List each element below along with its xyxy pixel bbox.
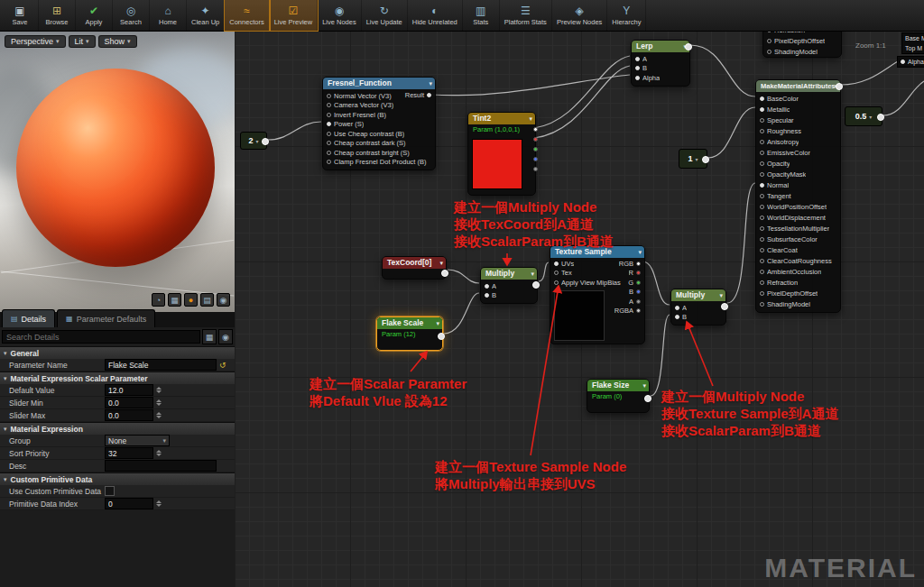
pin-dot[interactable] bbox=[485, 293, 489, 298]
node-make-material-attributes-partial[interactable]: Refraction PixelDepthOffset ShadingModel bbox=[762, 31, 842, 58]
pin-dot[interactable] bbox=[760, 205, 764, 209]
input-pin-row[interactable]: Specular bbox=[756, 115, 840, 125]
output-pin-row[interactable]: B bbox=[611, 288, 644, 298]
search-option-icon[interactable]: ◉ bbox=[218, 329, 233, 344]
pin-dot[interactable] bbox=[636, 280, 641, 285]
input-pin-row[interactable]: AmbientOcclusion bbox=[756, 266, 840, 277]
pin-dot[interactable] bbox=[760, 140, 764, 144]
pin-dot[interactable] bbox=[760, 280, 764, 285]
viewport-corner-icon[interactable]: ◔ bbox=[152, 293, 165, 307]
node-multiply-uv[interactable]: Multiply A B bbox=[480, 267, 538, 304]
node-header[interactable]: Lerp bbox=[632, 41, 689, 52]
toolbar-button[interactable]: ◐ Hide Unrelated bbox=[408, 0, 463, 31]
viewport-corner-icon[interactable]: ▤ bbox=[200, 293, 214, 307]
input-pin-row[interactable]: PixelDepthOffset bbox=[756, 288, 840, 298]
slider-max-field[interactable] bbox=[105, 409, 153, 421]
pin-dot[interactable] bbox=[767, 39, 772, 43]
node-header[interactable]: Multiply bbox=[481, 268, 537, 280]
use-custom-primitive-checkbox[interactable] bbox=[105, 486, 115, 496]
input-pin-row[interactable]: B bbox=[481, 291, 537, 301]
input-pin-row[interactable]: TessellationMultiplier bbox=[756, 223, 840, 234]
toolbar-button[interactable]: ◈ Preview Nodes bbox=[552, 0, 607, 31]
pin-dot[interactable] bbox=[636, 271, 641, 275]
input-pin-row[interactable]: Roughness bbox=[756, 125, 840, 136]
toolbar-button[interactable]: ✔ Apply bbox=[76, 0, 113, 31]
input-pin-row[interactable]: ShadingModel bbox=[763, 46, 841, 57]
toolbar-button[interactable]: ☰ Platform Stats bbox=[500, 0, 552, 31]
constant-node-1[interactable]: 1 bbox=[679, 149, 707, 169]
pin-dot[interactable] bbox=[636, 299, 641, 304]
slider-min-field[interactable] bbox=[105, 397, 153, 408]
node-multiply-normal[interactable]: Multiply A B bbox=[670, 289, 726, 326]
output-pin-row[interactable]: RGB bbox=[611, 259, 644, 269]
color-swatch[interactable] bbox=[472, 139, 522, 189]
pin-dot[interactable] bbox=[760, 151, 764, 155]
section-header[interactable]: General bbox=[0, 347, 235, 359]
viewport-mode-button[interactable]: Lit bbox=[69, 35, 96, 48]
pin-dot[interactable] bbox=[635, 57, 640, 61]
pin-dot[interactable] bbox=[767, 50, 772, 54]
pin-dot[interactable] bbox=[327, 113, 331, 117]
input-pin-row[interactable]: Cheap contrast dark (S) bbox=[323, 139, 435, 149]
node-header[interactable]: Fresnel_Function bbox=[323, 78, 435, 89]
input-pin-row[interactable]: WorldPositionOffset bbox=[756, 201, 840, 212]
section-header[interactable]: Custom Primitive Data bbox=[0, 473, 235, 485]
output-pin-row[interactable]: G bbox=[611, 278, 644, 288]
group-dropdown[interactable]: None bbox=[105, 435, 170, 446]
input-pin-row[interactable]: Invert Fresnel (B) bbox=[323, 110, 435, 120]
input-pin-row[interactable]: Metallic bbox=[756, 104, 840, 115]
pin-dot[interactable] bbox=[554, 271, 559, 275]
output-pin[interactable] bbox=[721, 303, 728, 310]
input-pin-row[interactable]: B bbox=[632, 64, 689, 74]
input-pin-row[interactable]: OpacityMask bbox=[756, 169, 840, 179]
section-header[interactable]: Material Expression bbox=[0, 423, 235, 435]
toolbar-button[interactable]: ✦ Clean Up bbox=[187, 0, 225, 31]
output-pin[interactable] bbox=[262, 138, 269, 145]
viewport-corner-icon[interactable]: ◉ bbox=[217, 293, 230, 307]
input-pin-row[interactable]: Use Cheap contrast (B) bbox=[323, 129, 435, 139]
value-spinner[interactable] bbox=[156, 387, 162, 393]
input-pin-row[interactable]: SubsurfaceColor bbox=[756, 234, 840, 244]
pin-dot[interactable] bbox=[635, 66, 640, 70]
toolbar-button[interactable]: ↻ Live Update bbox=[362, 0, 408, 31]
input-pin-row[interactable]: Clamp Fresnel Dot Product (B) bbox=[323, 158, 435, 168]
node-header[interactable]: MakeMaterialAttributes bbox=[756, 80, 840, 92]
input-pin-row[interactable]: Tangent bbox=[756, 190, 840, 201]
toolbar-button[interactable]: ◎ Search bbox=[113, 0, 150, 31]
pin-dot[interactable] bbox=[636, 261, 641, 266]
input-pin-row[interactable]: EmissiveColor bbox=[756, 147, 840, 158]
pin-dot[interactable] bbox=[636, 289, 641, 294]
pin-dot[interactable] bbox=[760, 194, 764, 198]
output-pin[interactable] bbox=[685, 43, 692, 50]
input-pin-row[interactable]: Power (S) bbox=[323, 120, 435, 130]
input-pin-row[interactable]: A bbox=[632, 54, 689, 64]
primitive-data-index-field[interactable] bbox=[105, 498, 153, 509]
material-graph-canvas[interactable]: 2 1 0.5 Fresnel_Function Result Nor bbox=[235, 31, 924, 587]
node-tint2-vector-parameter[interactable]: Tint2 Param (1,0,0,1) bbox=[467, 112, 536, 196]
pin-dot[interactable] bbox=[760, 96, 764, 101]
toolbar-button[interactable]: ≈ Connectors bbox=[225, 0, 269, 31]
constant-node-05[interactable]: 0.5 bbox=[845, 106, 882, 126]
pin-dot[interactable] bbox=[760, 172, 764, 177]
default-value-field[interactable] bbox=[105, 384, 153, 396]
value-spinner[interactable] bbox=[156, 412, 162, 418]
pin-dot[interactable] bbox=[327, 151, 331, 155]
input-pin-row[interactable]: Opacity bbox=[756, 158, 840, 169]
pin-dot[interactable] bbox=[327, 94, 331, 98]
output-pin[interactable] bbox=[441, 270, 448, 277]
input-pin-row[interactable]: PixelDepthOffset bbox=[763, 35, 841, 46]
pin-dot[interactable] bbox=[760, 270, 764, 274]
node-header[interactable]: Tint2 bbox=[468, 113, 535, 124]
node-header[interactable]: Multiply bbox=[671, 289, 725, 301]
output-pin-row[interactable]: R bbox=[611, 269, 644, 279]
pin-dot[interactable] bbox=[760, 291, 764, 296]
viewport-mode-button[interactable]: Perspective bbox=[5, 35, 66, 48]
pin-dot[interactable] bbox=[760, 259, 764, 263]
search-input[interactable] bbox=[2, 330, 200, 344]
pin-dot[interactable] bbox=[760, 226, 764, 231]
toolbar-button[interactable]: ⊞ Browse bbox=[39, 0, 76, 31]
output-pin-row[interactable]: RGBA bbox=[611, 307, 644, 316]
output-pin[interactable] bbox=[533, 157, 538, 161]
value-spinner[interactable] bbox=[156, 500, 162, 507]
node-fragment-layers[interactable]: Base MTop M bbox=[901, 32, 924, 54]
